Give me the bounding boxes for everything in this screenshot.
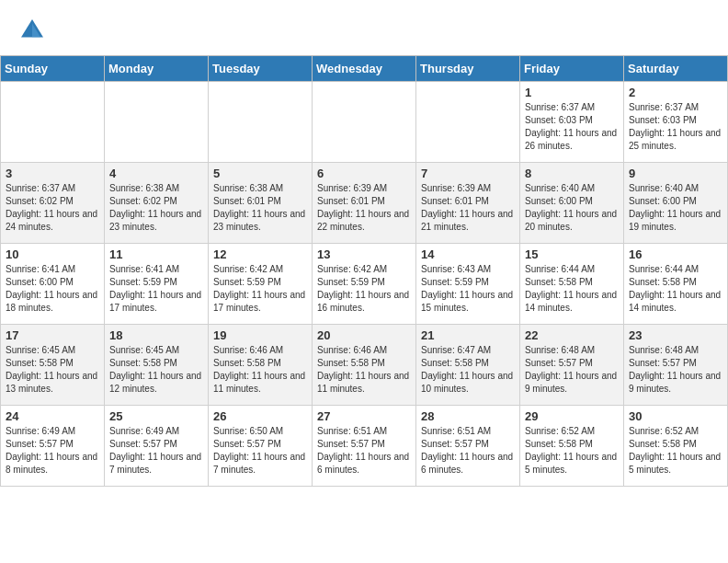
day-number: 18 xyxy=(109,328,203,342)
calendar-cell: 3Sunrise: 6:37 AM Sunset: 6:02 PM Daylig… xyxy=(1,163,105,244)
day-info: Sunrise: 6:49 AM Sunset: 5:57 PM Dayligh… xyxy=(6,425,99,477)
day-info: Sunrise: 6:43 AM Sunset: 5:59 PM Dayligh… xyxy=(421,263,515,315)
calendar-cell: 10Sunrise: 6:41 AM Sunset: 6:00 PM Dayli… xyxy=(1,244,105,325)
calendar-cell: 5Sunrise: 6:38 AM Sunset: 6:01 PM Daylig… xyxy=(209,163,313,244)
day-number: 1 xyxy=(525,86,619,99)
calendar-cell: 24Sunrise: 6:49 AM Sunset: 5:57 PM Dayli… xyxy=(1,406,105,487)
weekday-header-monday: Monday xyxy=(105,56,209,82)
calendar-cell xyxy=(105,82,209,163)
calendar-cell xyxy=(416,82,520,163)
calendar-cell: 9Sunrise: 6:40 AM Sunset: 6:00 PM Daylig… xyxy=(624,163,728,244)
day-info: Sunrise: 6:46 AM Sunset: 5:58 PM Dayligh… xyxy=(317,344,411,396)
day-number: 16 xyxy=(629,247,722,261)
day-info: Sunrise: 6:48 AM Sunset: 5:57 PM Dayligh… xyxy=(525,344,619,396)
calendar-cell xyxy=(209,82,313,163)
calendar-cell: 11Sunrise: 6:41 AM Sunset: 5:59 PM Dayli… xyxy=(105,244,209,325)
calendar-cell: 27Sunrise: 6:51 AM Sunset: 5:57 PM Dayli… xyxy=(313,406,416,487)
calendar-cell: 19Sunrise: 6:46 AM Sunset: 5:58 PM Dayli… xyxy=(209,325,313,406)
day-info: Sunrise: 6:52 AM Sunset: 5:58 PM Dayligh… xyxy=(525,425,619,477)
weekday-header-tuesday: Tuesday xyxy=(209,56,313,82)
calendar-table: SundayMondayTuesdayWednesdayThursdayFrid… xyxy=(0,55,728,487)
day-info: Sunrise: 6:40 AM Sunset: 6:00 PM Dayligh… xyxy=(629,182,722,234)
calendar-week-row: 17Sunrise: 6:45 AM Sunset: 5:58 PM Dayli… xyxy=(1,325,728,406)
day-info: Sunrise: 6:38 AM Sunset: 6:01 PM Dayligh… xyxy=(213,182,307,234)
calendar-cell xyxy=(1,82,105,163)
day-info: Sunrise: 6:37 AM Sunset: 6:03 PM Dayligh… xyxy=(629,101,722,153)
calendar-cell: 1Sunrise: 6:37 AM Sunset: 6:03 PM Daylig… xyxy=(520,82,624,163)
day-info: Sunrise: 6:44 AM Sunset: 5:58 PM Dayligh… xyxy=(629,263,722,315)
calendar-cell: 26Sunrise: 6:50 AM Sunset: 5:57 PM Dayli… xyxy=(209,406,313,487)
day-info: Sunrise: 6:48 AM Sunset: 5:57 PM Dayligh… xyxy=(629,344,722,396)
calendar-cell: 30Sunrise: 6:52 AM Sunset: 5:58 PM Dayli… xyxy=(624,406,728,487)
day-number: 13 xyxy=(317,247,411,261)
calendar-header: SundayMondayTuesdayWednesdayThursdayFrid… xyxy=(1,56,728,82)
calendar-cell: 29Sunrise: 6:52 AM Sunset: 5:58 PM Dayli… xyxy=(520,406,624,487)
calendar-cell: 8Sunrise: 6:40 AM Sunset: 6:00 PM Daylig… xyxy=(520,163,624,244)
day-number: 22 xyxy=(525,328,619,342)
day-info: Sunrise: 6:45 AM Sunset: 5:58 PM Dayligh… xyxy=(109,344,203,396)
day-number: 12 xyxy=(213,247,307,261)
day-number: 11 xyxy=(109,247,203,261)
day-number: 19 xyxy=(213,328,307,342)
calendar-cell: 4Sunrise: 6:38 AM Sunset: 6:02 PM Daylig… xyxy=(105,163,209,244)
weekday-header-sunday: Sunday xyxy=(1,56,105,82)
day-info: Sunrise: 6:52 AM Sunset: 5:58 PM Dayligh… xyxy=(629,425,722,477)
day-info: Sunrise: 6:40 AM Sunset: 6:00 PM Dayligh… xyxy=(525,182,619,234)
day-info: Sunrise: 6:45 AM Sunset: 5:58 PM Dayligh… xyxy=(6,344,99,396)
calendar-cell: 20Sunrise: 6:46 AM Sunset: 5:58 PM Dayli… xyxy=(313,325,416,406)
day-number: 5 xyxy=(213,167,307,180)
day-number: 26 xyxy=(213,409,307,423)
day-info: Sunrise: 6:37 AM Sunset: 6:03 PM Dayligh… xyxy=(525,101,619,153)
day-number: 10 xyxy=(6,247,99,261)
day-info: Sunrise: 6:44 AM Sunset: 5:58 PM Dayligh… xyxy=(525,263,619,315)
calendar-cell: 13Sunrise: 6:42 AM Sunset: 5:59 PM Dayli… xyxy=(313,244,416,325)
calendar-week-row: 1Sunrise: 6:37 AM Sunset: 6:03 PM Daylig… xyxy=(1,82,728,163)
calendar-cell: 18Sunrise: 6:45 AM Sunset: 5:58 PM Dayli… xyxy=(105,325,209,406)
calendar-body: 1Sunrise: 6:37 AM Sunset: 6:03 PM Daylig… xyxy=(1,82,728,487)
day-info: Sunrise: 6:47 AM Sunset: 5:58 PM Dayligh… xyxy=(421,344,515,396)
day-number: 9 xyxy=(629,167,722,180)
calendar-cell: 17Sunrise: 6:45 AM Sunset: 5:58 PM Dayli… xyxy=(1,325,105,406)
calendar-cell: 12Sunrise: 6:42 AM Sunset: 5:59 PM Dayli… xyxy=(209,244,313,325)
day-info: Sunrise: 6:51 AM Sunset: 5:57 PM Dayligh… xyxy=(421,425,515,477)
day-number: 23 xyxy=(629,328,722,342)
day-info: Sunrise: 6:41 AM Sunset: 6:00 PM Dayligh… xyxy=(6,263,99,315)
day-info: Sunrise: 6:41 AM Sunset: 5:59 PM Dayligh… xyxy=(109,263,203,315)
day-number: 14 xyxy=(421,247,515,261)
day-info: Sunrise: 6:51 AM Sunset: 5:57 PM Dayligh… xyxy=(317,425,411,477)
day-info: Sunrise: 6:37 AM Sunset: 6:02 PM Dayligh… xyxy=(6,182,99,234)
day-info: Sunrise: 6:39 AM Sunset: 6:01 PM Dayligh… xyxy=(421,182,515,234)
day-info: Sunrise: 6:39 AM Sunset: 6:01 PM Dayligh… xyxy=(317,182,411,234)
calendar-cell: 21Sunrise: 6:47 AM Sunset: 5:58 PM Dayli… xyxy=(416,325,520,406)
day-info: Sunrise: 6:49 AM Sunset: 5:57 PM Dayligh… xyxy=(109,425,203,477)
weekday-header-wednesday: Wednesday xyxy=(313,56,416,82)
day-info: Sunrise: 6:42 AM Sunset: 5:59 PM Dayligh… xyxy=(213,263,307,315)
day-number: 30 xyxy=(629,409,722,423)
calendar-cell: 2Sunrise: 6:37 AM Sunset: 6:03 PM Daylig… xyxy=(624,82,728,163)
day-number: 21 xyxy=(421,328,515,342)
calendar-cell: 14Sunrise: 6:43 AM Sunset: 5:59 PM Dayli… xyxy=(416,244,520,325)
day-number: 6 xyxy=(317,167,411,180)
calendar-cell: 23Sunrise: 6:48 AM Sunset: 5:57 PM Dayli… xyxy=(624,325,728,406)
day-number: 27 xyxy=(317,409,411,423)
page-header xyxy=(0,0,728,52)
calendar-cell: 16Sunrise: 6:44 AM Sunset: 5:58 PM Dayli… xyxy=(624,244,728,325)
logo-icon xyxy=(18,17,46,44)
weekday-header-saturday: Saturday xyxy=(624,56,728,82)
day-number: 24 xyxy=(6,409,99,423)
weekday-header-row: SundayMondayTuesdayWednesdayThursdayFrid… xyxy=(1,56,728,82)
calendar-week-row: 3Sunrise: 6:37 AM Sunset: 6:02 PM Daylig… xyxy=(1,163,728,244)
day-number: 20 xyxy=(317,328,411,342)
calendar-cell: 6Sunrise: 6:39 AM Sunset: 6:01 PM Daylig… xyxy=(313,163,416,244)
day-number: 29 xyxy=(525,409,619,423)
day-info: Sunrise: 6:46 AM Sunset: 5:58 PM Dayligh… xyxy=(213,344,307,396)
calendar-cell: 28Sunrise: 6:51 AM Sunset: 5:57 PM Dayli… xyxy=(416,406,520,487)
logo xyxy=(18,17,50,44)
day-info: Sunrise: 6:50 AM Sunset: 5:57 PM Dayligh… xyxy=(213,425,307,477)
day-number: 3 xyxy=(6,167,99,180)
calendar-cell: 7Sunrise: 6:39 AM Sunset: 6:01 PM Daylig… xyxy=(416,163,520,244)
calendar-cell: 22Sunrise: 6:48 AM Sunset: 5:57 PM Dayli… xyxy=(520,325,624,406)
day-number: 15 xyxy=(525,247,619,261)
calendar-cell xyxy=(313,82,416,163)
day-number: 7 xyxy=(421,167,515,180)
